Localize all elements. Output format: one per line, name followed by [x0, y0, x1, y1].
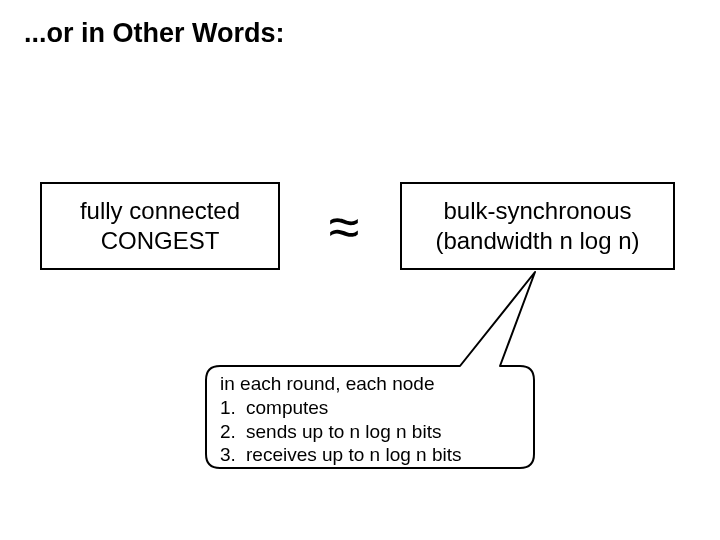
callout-intro: in each round, each node — [220, 372, 520, 396]
callout-item: 2. sends up to n log n bits — [220, 420, 520, 444]
right-box-line1: bulk-synchronous — [443, 196, 631, 226]
left-box: fully connected CONGEST — [40, 182, 280, 270]
callout-item-text: sends up to n log n bits — [246, 421, 441, 442]
callout-text: in each round, each node 1. computes 2. … — [220, 372, 520, 467]
left-box-line1: fully connected — [80, 196, 240, 226]
callout-item: 1. computes — [220, 396, 520, 420]
callout-item-num: 1. — [220, 396, 236, 420]
callout-item-num: 2. — [220, 420, 236, 444]
right-box-line2: (bandwidth n log n) — [435, 226, 639, 256]
callout-item-text: receives up to n log n bits — [246, 444, 461, 465]
approx-symbol: ≈ — [300, 182, 388, 270]
callout-list: 1. computes 2. sends up to n log n bits … — [220, 396, 520, 467]
callout-item: 3. receives up to n log n bits — [220, 443, 520, 467]
callout-item-text: computes — [246, 397, 328, 418]
callout: in each round, each node 1. computes 2. … — [200, 270, 600, 470]
callout-item-num: 3. — [220, 443, 236, 467]
left-box-line2: CONGEST — [101, 226, 220, 256]
slide-title: ...or in Other Words: — [24, 18, 285, 49]
right-box: bulk-synchronous (bandwidth n log n) — [400, 182, 675, 270]
